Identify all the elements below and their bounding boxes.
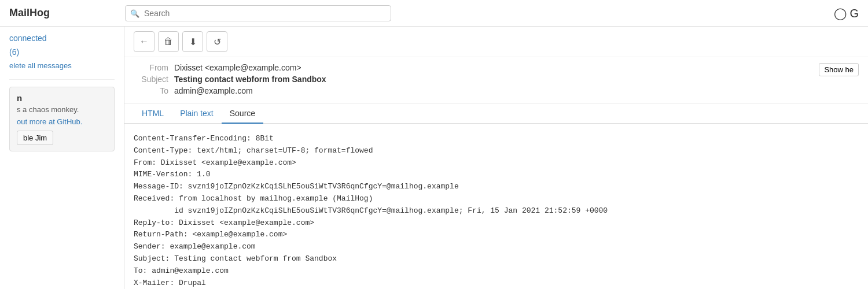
source-content: Content-Transfer-Encoding: 8Bit Content-… <box>124 124 868 289</box>
subject-label: Subject <box>134 75 168 84</box>
sidebar-info-text: s a chaos monkey. <box>17 105 107 114</box>
subject-row: Subject Testing contact webform from San… <box>134 75 859 84</box>
search-wrapper: 🔍 <box>125 5 391 21</box>
back-icon: ← <box>139 36 149 47</box>
to-value: admin@example.com <box>174 86 253 95</box>
subject-value: Testing contact webform from Sandbox <box>174 75 326 84</box>
sidebar-divider <box>9 79 115 80</box>
top-nav: MailHog 🔍 ◯ G <box>0 0 868 27</box>
content-area: ← 🗑 ⬇ ↺ From Dixisset <example@example.c… <box>124 27 868 289</box>
toolbar: ← 🗑 ⬇ ↺ <box>124 27 868 57</box>
show-headers-button[interactable]: Show he <box>819 63 859 76</box>
sidebar-action-btn[interactable]: ble Jim <box>17 131 53 145</box>
search-input[interactable] <box>125 5 391 21</box>
sidebar-github-link[interactable]: out more at GitHub. <box>17 117 82 126</box>
search-icon: 🔍 <box>130 9 139 17</box>
app-title: MailHog <box>9 7 125 19</box>
github-icon[interactable]: ◯ G <box>834 6 859 20</box>
from-value: Dixisset <example@example.com> <box>174 63 301 72</box>
sidebar-connected[interactable]: connected <box>9 34 115 43</box>
source-text: Content-Transfer-Encoding: 8Bit Content-… <box>134 133 859 289</box>
delete-button[interactable]: 🗑 <box>158 31 179 52</box>
sidebar: connected ​(6) elete all messages n s a … <box>0 27 124 289</box>
to-label: To <box>134 86 168 95</box>
from-label: From <box>134 63 168 72</box>
sidebar-delete-all[interactable]: elete all messages <box>9 61 115 70</box>
refresh-button[interactable]: ↺ <box>207 31 227 52</box>
delete-icon: 🗑 <box>164 36 173 47</box>
back-button[interactable]: ← <box>134 31 155 52</box>
download-button[interactable]: ⬇ <box>182 31 203 52</box>
download-icon: ⬇ <box>189 36 197 47</box>
to-row: To admin@example.com <box>134 86 859 95</box>
from-row: From Dixisset <example@example.com> <box>134 63 859 72</box>
email-header: From Dixisset <example@example.com> Subj… <box>124 57 868 104</box>
sidebar-info-panel: n s a chaos monkey. out more at GitHub. … <box>9 87 115 151</box>
tab-source[interactable]: Source <box>222 104 263 124</box>
refresh-icon: ↺ <box>214 36 221 47</box>
sidebar-inbox[interactable]: ​(6) <box>9 47 115 57</box>
tabs-bar: HTML Plain text Source <box>124 104 868 124</box>
tab-html[interactable]: HTML <box>134 104 172 124</box>
sidebar-info-title: n <box>17 93 107 103</box>
main-layout: connected ​(6) elete all messages n s a … <box>0 27 868 289</box>
tab-plain-text[interactable]: Plain text <box>172 104 222 124</box>
